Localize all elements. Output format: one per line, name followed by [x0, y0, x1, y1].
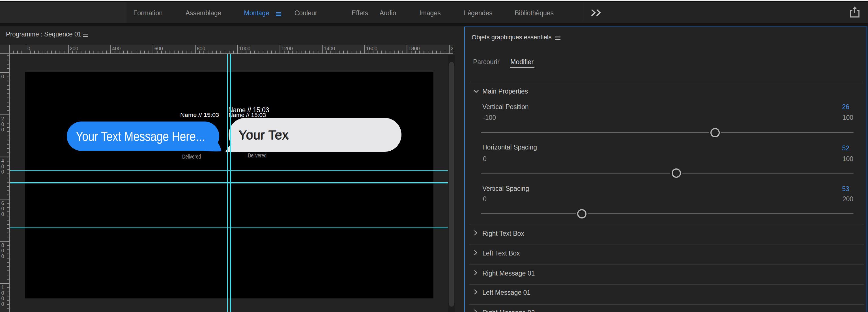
svg-text:0: 0 — [1, 74, 4, 79]
svg-text:2: 2 — [1, 116, 4, 122]
svg-text:1200: 1200 — [281, 46, 293, 51]
svg-text:6: 6 — [1, 200, 4, 206]
svg-text:0: 0 — [1, 301, 4, 307]
svg-text:0: 0 — [1, 296, 4, 301]
svg-text:0: 0 — [1, 248, 4, 253]
svg-text:600: 600 — [154, 46, 163, 51]
svg-text:1800: 1800 — [408, 46, 420, 51]
svg-text:0: 0 — [1, 127, 4, 133]
svg-text:400: 400 — [112, 46, 121, 51]
svg-text:1600: 1600 — [366, 46, 377, 51]
svg-text:2000: 2000 — [451, 46, 453, 51]
svg-text:1000: 1000 — [239, 46, 250, 51]
svg-text:800: 800 — [197, 46, 205, 51]
svg-text:4: 4 — [1, 158, 4, 164]
svg-text:0: 0 — [1, 206, 4, 211]
svg-text:0: 0 — [1, 169, 4, 175]
svg-text:0: 0 — [1, 122, 4, 127]
svg-text:0: 0 — [1, 253, 4, 259]
svg-text:1: 1 — [1, 285, 4, 290]
svg-text:8: 8 — [1, 242, 4, 248]
svg-text:0: 0 — [27, 46, 30, 51]
svg-text:0: 0 — [1, 290, 4, 296]
svg-text:0: 0 — [1, 164, 4, 169]
svg-text:0: 0 — [1, 211, 4, 217]
svg-text:1400: 1400 — [324, 46, 335, 51]
svg-text:200: 200 — [70, 46, 79, 51]
